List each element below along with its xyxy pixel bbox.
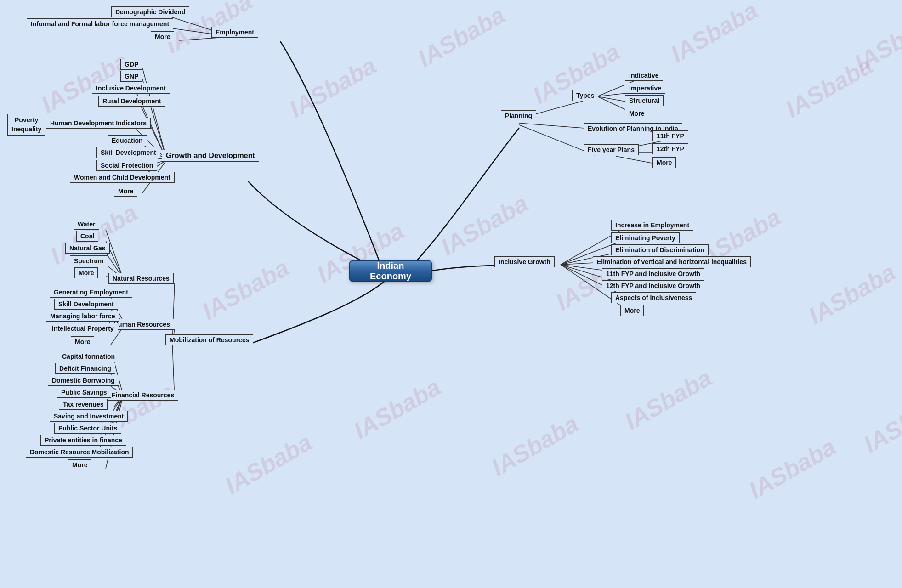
node-indicative: Indicative bbox=[625, 70, 663, 81]
node-tax-rev: Tax revenues bbox=[59, 399, 108, 410]
node-types: Types bbox=[572, 90, 598, 101]
node-fyp11-ig: 11th FYP and Inclusive Growth bbox=[602, 268, 704, 279]
watermark: IASbaba bbox=[436, 189, 533, 261]
watermark: IASbaba bbox=[197, 254, 294, 325]
node-growth-development: Growth and Development bbox=[162, 150, 259, 162]
node-inclusive-dev: Inclusive Development bbox=[92, 83, 170, 94]
watermark: IASbaba bbox=[349, 373, 445, 445]
node-imperative: Imperative bbox=[625, 83, 665, 94]
watermark: IASbaba bbox=[284, 51, 381, 123]
node-elim-poverty: Eliminating Poverty bbox=[611, 232, 680, 243]
node-public-sav: Public Savings bbox=[57, 387, 111, 398]
node-more-emp: More bbox=[151, 31, 174, 42]
node-natural-resources: Natural Resources bbox=[108, 273, 174, 284]
node-fyp11: 11th FYP bbox=[652, 130, 688, 141]
node-elim-vert-horiz: Elimination of vertical and horizontal i… bbox=[593, 256, 751, 267]
node-more-fyp: More bbox=[652, 157, 676, 168]
node-gnp: GNP bbox=[120, 71, 142, 82]
node-poverty-inequality: PovertyInequality bbox=[7, 114, 45, 136]
watermark: IASbaba bbox=[220, 428, 317, 500]
node-planning: Planning bbox=[501, 110, 536, 121]
node-aspects: Aspects of Inclusiveness bbox=[611, 292, 696, 303]
watermark: IASbaba bbox=[744, 433, 840, 504]
watermark: IASbaba bbox=[850, 6, 902, 77]
node-demographic-dividend: Demographic Dividend bbox=[111, 6, 189, 17]
node-more-growth: More bbox=[114, 186, 137, 197]
node-skill-dev: Skill Development bbox=[96, 147, 160, 158]
node-financial-resources: Financial Resources bbox=[108, 390, 178, 401]
center-node: Indian Economy bbox=[349, 260, 432, 282]
node-more-ig: More bbox=[620, 305, 644, 316]
node-skill-dev2: Skill Development bbox=[54, 299, 118, 310]
node-education: Education bbox=[108, 135, 147, 146]
node-water: Water bbox=[74, 219, 99, 230]
node-gdp: GDP bbox=[120, 59, 142, 70]
node-hdi: Human Development Indicators bbox=[46, 118, 151, 129]
node-intel-prop: Intellectual Property bbox=[48, 323, 118, 334]
watermark: IASbaba bbox=[666, 0, 762, 68]
node-domestic-mob: Domestic Resource Mobilization bbox=[26, 447, 133, 458]
node-mobilization: Mobilization of Resources bbox=[165, 334, 253, 345]
node-more-nat: More bbox=[74, 267, 98, 278]
watermark: IASbaba bbox=[859, 387, 902, 458]
node-capital-form: Capital formation bbox=[58, 351, 119, 362]
watermark: IASbaba bbox=[413, 1, 510, 73]
node-more-types: More bbox=[625, 108, 648, 119]
node-public-sec: Public Sector Units bbox=[54, 423, 121, 434]
node-gen-employ: Generating Employment bbox=[50, 287, 132, 298]
node-more-hr: More bbox=[71, 336, 94, 347]
node-fyp12: 12th FYP bbox=[652, 143, 688, 154]
node-social-protection: Social Protection bbox=[96, 160, 157, 171]
node-five-year-plans: Five year Plans bbox=[584, 144, 639, 155]
watermark: IASbaba bbox=[487, 410, 583, 481]
node-domestic-borr: Domestic Borrwoing bbox=[48, 375, 119, 386]
watermark: IASbaba bbox=[620, 364, 716, 435]
node-natural-gas: Natural Gas bbox=[65, 243, 110, 254]
node-more-fin: More bbox=[68, 459, 91, 470]
node-women-child: Women and Child Development bbox=[70, 172, 175, 183]
node-informal-formal: Informal and Formal labor force manageme… bbox=[27, 18, 173, 29]
node-managing-labor: Managing labor force bbox=[46, 311, 119, 322]
node-saving-inv: Saving and Investment bbox=[50, 411, 128, 422]
node-inclusive-growth: Inclusive Growth bbox=[494, 256, 555, 267]
node-rural-dev: Rural Development bbox=[98, 96, 165, 107]
node-increase-employment: Increase in Employment bbox=[611, 220, 693, 231]
svg-line-3 bbox=[142, 68, 167, 160]
node-structural: Structural bbox=[625, 95, 664, 106]
watermark: IASbaba bbox=[804, 258, 900, 330]
svg-line-35 bbox=[106, 230, 123, 278]
node-employment: Employment bbox=[211, 27, 258, 38]
node-private-ent: Private entities in finance bbox=[40, 435, 126, 446]
watermark: IASbaba bbox=[781, 51, 877, 123]
node-fyp12-ig: 12th FYP and Inclusive Growth bbox=[602, 280, 704, 291]
node-elim-discrim: Elimination of Discrimination bbox=[611, 244, 709, 255]
node-deficit-fin: Deficit Financing bbox=[55, 363, 115, 374]
node-coal: Coal bbox=[76, 231, 98, 242]
node-spectrum: Spectrum bbox=[70, 255, 108, 266]
